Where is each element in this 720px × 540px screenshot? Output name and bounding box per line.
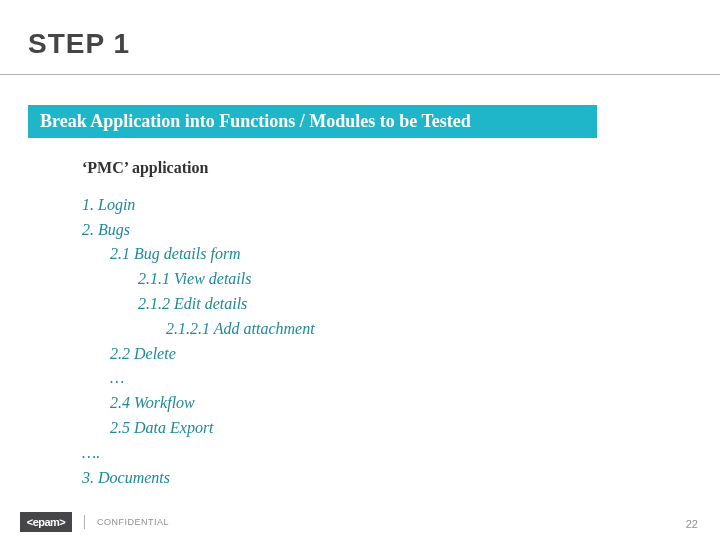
body-content: ‘PMC’ application 1. Login 2. Bugs 2.1 B… <box>82 156 720 490</box>
outline-item: 3. Documents <box>82 466 720 491</box>
outline-item: 2.1.2.1 Add attachment <box>82 317 720 342</box>
page-number: 22 <box>686 518 698 530</box>
outline-item: 2.2 Delete <box>82 342 720 367</box>
footer-bar: <epam> CONFIDENTIAL 22 <box>0 504 720 540</box>
outline-item: 2.1 Bug details form <box>82 242 720 267</box>
slide-title: STEP 1 <box>28 28 720 60</box>
outline-item: 2. Bugs <box>82 218 720 243</box>
module-outline: 1. Login 2. Bugs 2.1 Bug details form 2.… <box>82 193 720 491</box>
outline-item: 2.4 Workflow <box>82 391 720 416</box>
section-header-bar: Break Application into Functions / Modul… <box>28 105 597 138</box>
footer-divider <box>84 515 85 529</box>
outline-item: … <box>82 366 720 391</box>
title-divider <box>0 74 720 75</box>
application-name: ‘PMC’ application <box>82 156 720 181</box>
outline-item: 2.5 Data Export <box>82 416 720 441</box>
epam-logo: <epam> <box>20 512 72 532</box>
outline-item: …. <box>82 441 720 466</box>
outline-item: 2.1.1 View details <box>82 267 720 292</box>
outline-item: 1. Login <box>82 193 720 218</box>
confidential-label: CONFIDENTIAL <box>97 517 169 527</box>
outline-item: 2.1.2 Edit details <box>82 292 720 317</box>
